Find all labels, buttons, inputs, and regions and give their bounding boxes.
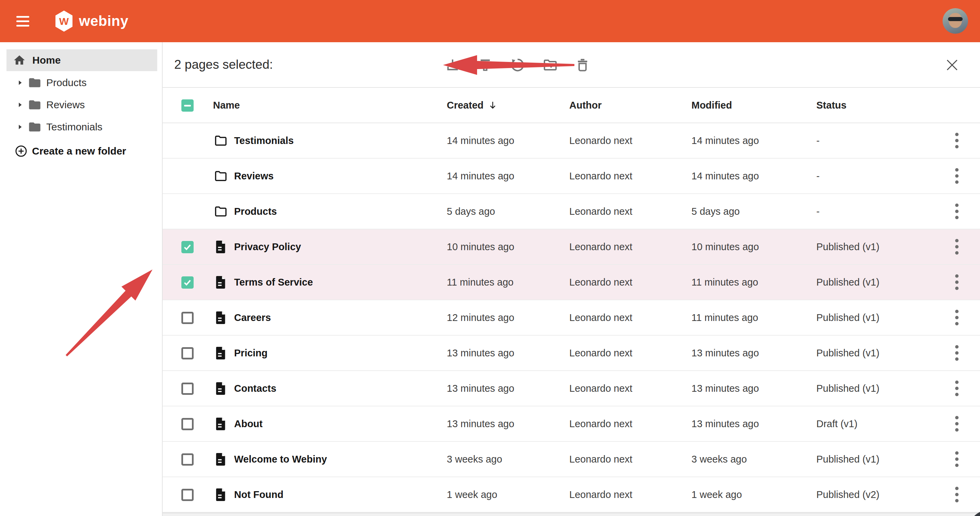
table-row-privacy-policy[interactable]: Privacy Policy 10 minutes ago Leonardo n… bbox=[163, 229, 980, 265]
row-name[interactable]: Products bbox=[234, 194, 277, 229]
row-author: Leonardo next bbox=[569, 229, 632, 264]
row-actions-menu-button[interactable] bbox=[947, 448, 966, 470]
publish-button[interactable] bbox=[474, 54, 496, 76]
row-status: Published (v1) bbox=[816, 336, 879, 370]
kebab-menu-icon bbox=[955, 486, 959, 503]
row-modified: 1 week ago bbox=[692, 477, 742, 512]
history-icon bbox=[510, 57, 525, 73]
row-author: Leonardo next bbox=[569, 442, 632, 476]
row-name[interactable]: Testimonials bbox=[234, 123, 294, 158]
home-icon bbox=[13, 54, 26, 67]
table-row-testimonials[interactable]: Testimonials 14 minutes ago Leonardo nex… bbox=[163, 123, 980, 159]
document-icon bbox=[215, 416, 227, 431]
column-header-author[interactable]: Author bbox=[569, 88, 601, 123]
caret-right-icon[interactable] bbox=[16, 123, 24, 131]
row-actions-menu-button[interactable] bbox=[947, 307, 966, 328]
delete-button[interactable] bbox=[572, 54, 593, 76]
row-actions-menu-button[interactable] bbox=[947, 484, 966, 505]
column-header-created[interactable]: Created bbox=[447, 100, 498, 111]
row-name[interactable]: Careers bbox=[234, 300, 271, 335]
column-header-status[interactable]: Status bbox=[816, 88, 846, 123]
table-row-welcome-to-webiny[interactable]: Welcome to Webiny 3 weeks ago Leonardo n… bbox=[163, 442, 980, 477]
webiny-logo[interactable]: W webiny bbox=[54, 0, 128, 42]
row-name[interactable]: Terms of Service bbox=[234, 265, 313, 299]
row-actions-menu-button[interactable] bbox=[947, 236, 966, 258]
row-name[interactable]: About bbox=[234, 406, 263, 441]
table-row-contacts[interactable]: Contacts 13 minutes ago Leonardo next 13… bbox=[163, 371, 980, 406]
row-checkbox[interactable] bbox=[181, 312, 194, 324]
row-checkbox[interactable] bbox=[181, 241, 194, 253]
publish-icon bbox=[477, 57, 493, 73]
row-status: - bbox=[816, 159, 820, 193]
row-status: Published (v1) bbox=[816, 229, 879, 264]
table-row-not-found[interactable]: Not Found 1 week ago Leonardo next 1 wee… bbox=[163, 477, 980, 513]
table-row-careers[interactable]: Careers 12 minutes ago Leonardo next 11 … bbox=[163, 300, 980, 336]
restore-button[interactable] bbox=[507, 54, 528, 76]
row-actions-menu-button[interactable] bbox=[947, 130, 966, 151]
row-name[interactable]: Welcome to Webiny bbox=[234, 442, 327, 476]
row-modified: 5 days ago bbox=[692, 194, 740, 229]
row-checkbox[interactable] bbox=[181, 382, 194, 395]
close-selection-button[interactable] bbox=[941, 54, 963, 76]
row-created: 14 minutes ago bbox=[447, 159, 514, 193]
bulk-actions-toolbar: 2 pages selected: bbox=[163, 42, 980, 88]
table-row-pricing[interactable]: Pricing 13 minutes ago Leonardo next 13 … bbox=[163, 336, 980, 371]
page-list-panel: 2 pages selected: bbox=[163, 42, 980, 516]
row-checkbox[interactable] bbox=[181, 418, 194, 430]
sidebar-folder-products[interactable]: Products bbox=[0, 72, 163, 94]
row-created: 5 days ago bbox=[447, 194, 495, 229]
row-created: 1 week ago bbox=[447, 477, 497, 512]
caret-right-icon[interactable] bbox=[16, 101, 24, 108]
row-modified: 11 minutes ago bbox=[692, 300, 758, 335]
row-name[interactable]: Privacy Policy bbox=[234, 229, 301, 264]
user-avatar[interactable] bbox=[943, 8, 968, 34]
table-body: Testimonials 14 minutes ago Leonardo nex… bbox=[163, 123, 980, 513]
hamburger-menu-button[interactable] bbox=[16, 12, 34, 30]
create-folder-button[interactable]: Create a new folder bbox=[0, 142, 163, 161]
row-actions-menu-button[interactable] bbox=[947, 165, 966, 187]
select-all-checkbox[interactable] bbox=[181, 99, 194, 111]
row-created: 13 minutes ago bbox=[447, 406, 514, 441]
row-name[interactable]: Contacts bbox=[234, 371, 276, 406]
row-modified: 10 minutes ago bbox=[692, 229, 759, 264]
row-created: 10 minutes ago bbox=[447, 229, 514, 264]
row-actions-menu-button[interactable] bbox=[947, 201, 966, 222]
row-name[interactable]: Pricing bbox=[234, 336, 267, 370]
sidebar-folder-testimonials[interactable]: Testimonials bbox=[0, 116, 163, 138]
row-status: Published (v1) bbox=[816, 371, 879, 406]
row-name[interactable]: Reviews bbox=[234, 159, 274, 193]
sidebar-folder-reviews[interactable]: Reviews bbox=[0, 94, 163, 116]
row-checkbox[interactable] bbox=[181, 347, 194, 360]
move-to-folder-icon bbox=[542, 57, 558, 73]
row-actions-menu-button[interactable] bbox=[947, 413, 966, 435]
row-checkbox[interactable] bbox=[181, 276, 194, 289]
row-status: - bbox=[816, 123, 820, 158]
sidebar-folder-label: Reviews bbox=[46, 99, 85, 111]
sidebar-home-label: Home bbox=[32, 54, 60, 66]
sidebar-item-home[interactable]: Home bbox=[6, 49, 157, 71]
row-actions-menu-button[interactable] bbox=[947, 377, 966, 399]
row-author: Leonardo next bbox=[569, 265, 632, 299]
column-header-name[interactable]: Name bbox=[213, 88, 240, 123]
row-created: 14 minutes ago bbox=[447, 123, 514, 158]
trash-icon bbox=[575, 57, 590, 73]
folder-icon bbox=[28, 120, 41, 134]
table-row-products[interactable]: Products 5 days ago Leonardo next 5 days… bbox=[163, 194, 980, 229]
move-to-folder-button[interactable] bbox=[539, 54, 561, 76]
column-header-modified[interactable]: Modified bbox=[692, 88, 732, 123]
caret-right-icon[interactable] bbox=[16, 79, 24, 86]
table-row-terms-of-service[interactable]: Terms of Service 11 minutes ago Leonardo… bbox=[163, 265, 980, 300]
row-actions-menu-button[interactable] bbox=[947, 342, 966, 364]
create-folder-label: Create a new folder bbox=[32, 145, 126, 157]
kebab-menu-icon bbox=[955, 415, 959, 432]
row-modified: 14 minutes ago bbox=[692, 159, 759, 193]
row-checkbox[interactable] bbox=[181, 489, 194, 501]
table-row-reviews[interactable]: Reviews 14 minutes ago Leonardo next 14 … bbox=[163, 159, 980, 194]
row-checkbox[interactable] bbox=[181, 453, 194, 466]
row-name[interactable]: Not Found bbox=[234, 477, 283, 512]
row-actions-menu-button[interactable] bbox=[947, 271, 966, 293]
download-button[interactable] bbox=[442, 54, 463, 76]
row-author: Leonardo next bbox=[569, 123, 632, 158]
kebab-menu-icon bbox=[955, 132, 959, 149]
table-row-about[interactable]: About 13 minutes ago Leonardo next 13 mi… bbox=[163, 406, 980, 442]
